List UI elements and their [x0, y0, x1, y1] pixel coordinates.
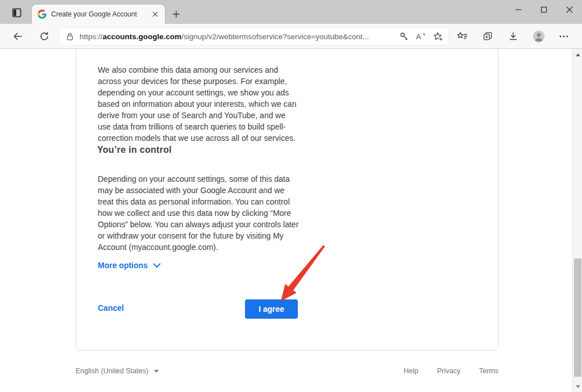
password-key-button[interactable] — [396, 28, 413, 44]
window-controls — [505, 0, 582, 24]
scroll-up-button[interactable] — [573, 50, 582, 59]
settings-menu-button[interactable] — [555, 27, 573, 45]
google-favicon-icon — [38, 10, 47, 19]
url-text: https://accounts.google.com/signup/v2/we… — [80, 32, 396, 41]
more-options-link[interactable]: More options — [98, 261, 161, 270]
agree-button[interactable]: I agree — [245, 299, 298, 319]
maximize-button[interactable] — [531, 0, 556, 19]
collections-button[interactable] — [479, 27, 497, 45]
privacy-link[interactable]: Privacy — [437, 367, 460, 375]
add-favorite-button[interactable] — [430, 28, 447, 44]
titlebar: Create your Google Account — [0, 0, 582, 24]
vertical-scrollbar[interactable] — [572, 49, 582, 392]
url-scheme: https:// — [80, 32, 103, 41]
help-link[interactable]: Help — [404, 367, 418, 375]
profile-button[interactable] — [530, 27, 548, 45]
tab-create-google-account[interactable]: Create your Google Account — [32, 5, 165, 24]
scroll-up-icon — [576, 53, 580, 56]
chevron-down-icon — [153, 263, 161, 268]
favorites-button[interactable] — [453, 27, 471, 45]
tab-actions-icon — [12, 8, 22, 18]
close-window-button[interactable] — [556, 0, 582, 19]
download-icon — [509, 32, 518, 41]
browser-toolbar: https://accounts.google.com/signup/v2/we… — [0, 24, 582, 49]
language-selector[interactable]: English (United States) — [76, 367, 159, 375]
terms-paragraph-2: Depending on your account settings, some… — [98, 173, 300, 253]
collections-icon — [483, 32, 493, 41]
tab-close-button[interactable] — [150, 9, 160, 19]
key-icon — [400, 32, 409, 41]
url-domain: accounts.google.com — [103, 32, 182, 41]
favorites-icon — [457, 32, 468, 41]
terms-paragraph-1: We also combine this data among our serv… — [98, 64, 300, 144]
read-aloud-icon: A — [415, 32, 427, 41]
section-heading: You’re in control — [97, 145, 172, 155]
dropdown-caret-icon — [154, 370, 159, 373]
scroll-down-icon — [576, 385, 580, 388]
terms-link[interactable]: Terms — [479, 367, 498, 375]
scrollbar-thumb[interactable] — [574, 258, 581, 377]
star-plus-icon — [433, 32, 443, 41]
more-options-label: More options — [98, 261, 148, 270]
minimize-button[interactable] — [505, 0, 531, 19]
address-bar[interactable]: https://accounts.google.com/signup/v2/we… — [59, 27, 449, 45]
scroll-down-button[interactable] — [573, 382, 582, 391]
refresh-icon — [40, 32, 49, 41]
url-path: /signup/v2/webtermsofservice?service=you… — [181, 32, 369, 41]
refresh-button[interactable] — [35, 27, 53, 45]
new-tab-button[interactable] — [168, 6, 184, 22]
ellipsis-icon — [559, 35, 568, 37]
footer-links: Help Privacy Terms — [404, 367, 498, 375]
language-label: English (United States) — [76, 367, 148, 375]
read-aloud-button[interactable]: A — [413, 28, 430, 44]
page-content: We also combine this data among our serv… — [0, 49, 582, 392]
lock-icon — [66, 32, 74, 41]
browser-window: Create your Google Account — [0, 0, 582, 392]
back-button[interactable] — [9, 27, 27, 45]
tab-title: Create your Google Account — [51, 10, 150, 18]
profile-avatar-icon — [533, 30, 545, 43]
back-icon — [13, 32, 23, 41]
downloads-button[interactable] — [504, 27, 522, 45]
cancel-button[interactable]: Cancel — [98, 303, 124, 312]
svg-text:A: A — [416, 32, 421, 41]
tab-actions-menu-button[interactable] — [8, 5, 25, 20]
